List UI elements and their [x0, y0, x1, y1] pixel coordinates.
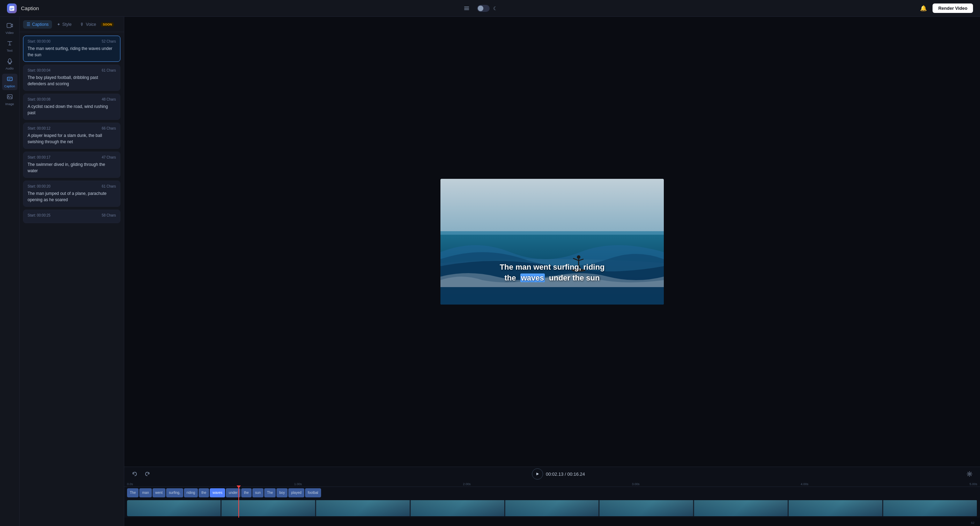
caption-card-2-text: The boy played football, dribbling past … — [27, 74, 116, 87]
sidebar-item-audio[interactable]: Audio — [2, 56, 18, 72]
timeline-lower-tracks: 62 — [124, 518, 980, 526]
sidebar-toggle-button[interactable] — [462, 3, 471, 13]
svg-rect-3 — [464, 10, 469, 10]
center-area: The man went surfing, riding the waves u… — [124, 17, 980, 526]
video-thumb-7 — [694, 500, 788, 516]
notification-bell-icon[interactable]: 🔔 — [920, 5, 927, 11]
text-icon — [6, 40, 13, 48]
caption-line2: the waves under the sun — [447, 273, 657, 284]
caption-card-5[interactable]: Start: 00:00:17 47 Chars The swimmer div… — [23, 151, 120, 178]
video-strip — [127, 500, 977, 516]
undo-button[interactable] — [130, 469, 140, 479]
play-button[interactable] — [532, 469, 543, 480]
caption-card-7-start: Start: 00:00:25 — [27, 214, 51, 217]
sky-overlay — [441, 179, 664, 231]
timeline-settings-button[interactable] — [965, 469, 974, 479]
caption-card-2-start: Start: 00:00:04 — [27, 69, 51, 72]
tab-voice[interactable]: 🎙 Voice — [76, 20, 99, 29]
sidebar-item-text[interactable]: Text — [2, 38, 18, 54]
caption-chip-man[interactable]: man — [139, 488, 151, 497]
caption-card-3-start: Start: 00:00:08 — [27, 97, 51, 101]
render-video-button[interactable]: Render Video — [932, 3, 973, 13]
caption-card-1-text: The man went surfing, riding the waves u… — [27, 45, 116, 58]
sidebar-video-label: Video — [6, 31, 14, 35]
caption-card-6-chars: 61 Chars — [102, 185, 116, 188]
video-frame: The man went surfing, riding the waves u… — [441, 179, 664, 304]
ruler-mark-1: 1.00s — [294, 482, 302, 486]
caption-rest: under the sun — [549, 274, 600, 282]
timeline-center-controls: 00:02.13 / 00:16.24 — [532, 469, 585, 480]
video-thumb-9 — [883, 500, 977, 516]
caption-chip-the[interactable]: The — [127, 488, 138, 497]
caption-card-7[interactable]: Start: 00:00:25 58 Chars — [23, 210, 120, 223]
ruler-mark-2: 2.00s — [463, 482, 471, 486]
svg-point-19 — [969, 473, 970, 475]
caption-chip-riding[interactable]: riding — [184, 488, 198, 497]
caption-chip-footbal[interactable]: footbal — [305, 488, 321, 497]
caption-card-1-header: Start: 00:00:00 52 Chars — [27, 40, 116, 43]
video-icon — [6, 22, 13, 30]
video-area: The man went surfing, riding the waves u… — [124, 17, 980, 467]
audio-icon — [6, 58, 13, 66]
topbar: Caption ☾ 🔔 Render Video — [0, 0, 980, 17]
caption-card-6-start: Start: 00:00:20 — [27, 185, 51, 188]
caption-chip-boy[interactable]: boy — [277, 488, 288, 497]
ruler-mark-4: 4.00s — [800, 482, 808, 486]
caption-card-4-text: A player leaped for a slam dunk, the bal… — [27, 132, 116, 145]
caption-icon — [6, 76, 13, 83]
sidebar-image-label: Image — [5, 102, 14, 106]
timeline-ruler: 0.0s 1.00s 2.00s 3.00s 4.00s 5.00s — [124, 481, 980, 487]
soon-badge: SOON — [101, 22, 114, 27]
main-layout: Video Text Audio — [0, 17, 980, 526]
caption-chip-surfing[interactable]: surfing, — [166, 488, 183, 497]
ruler-mark-0: 0.0s — [127, 482, 133, 486]
toggle-switch[interactable] — [477, 5, 490, 12]
caption-the: the — [505, 274, 516, 282]
caption-card-6[interactable]: Start: 00:00:20 61 Chars The man jumped … — [23, 180, 120, 207]
caption-chip-played[interactable]: played — [288, 488, 304, 497]
caption-card-4[interactable]: Start: 00:00:12 66 Chars A player leaped… — [23, 123, 120, 149]
theme-toggle[interactable]: ☾ — [477, 5, 498, 12]
sidebar-item-image[interactable]: Image — [2, 91, 18, 108]
sidebar-item-caption[interactable]: Caption — [2, 74, 18, 90]
captions-tab-label: Captions — [32, 22, 49, 27]
caption-track-inner: The man went surfing, riding the waves u… — [127, 487, 977, 499]
tab-captions[interactable]: ☰ Captions — [23, 20, 52, 29]
svg-rect-7 — [7, 77, 12, 81]
sidebar-item-video[interactable]: Video — [2, 20, 18, 37]
caption-card-7-header: Start: 00:00:25 58 Chars — [27, 214, 116, 217]
voice-tab-label: Voice — [86, 22, 96, 27]
svg-point-11 — [8, 96, 9, 97]
caption-chip-went[interactable]: went — [153, 488, 165, 497]
tab-style[interactable]: ✦ Style — [53, 20, 75, 29]
style-tab-icon: ✦ — [57, 22, 60, 27]
caption-list: Start: 00:00:00 52 Chars The man went su… — [19, 32, 124, 526]
caption-chip-the3[interactable]: the — [241, 488, 251, 497]
caption-card-2-header: Start: 00:00:04 61 Chars — [27, 69, 116, 72]
timeline-area: 00:02.13 / 00:16.24 — [124, 467, 980, 526]
icon-sidebar: Video Text Audio — [0, 17, 19, 526]
caption-panel: ☰ Captions ✦ Style 🎙 Voice SOON Start: 0… — [19, 17, 124, 526]
caption-card-3-text: A cyclist raced down the road, wind rush… — [27, 104, 116, 116]
caption-chip-sun[interactable]: sun — [252, 488, 264, 497]
captions-tab-icon: ☰ — [27, 22, 30, 27]
caption-track: The man went surfing, riding the waves u… — [127, 487, 977, 499]
caption-card-2[interactable]: Start: 00:00:04 61 Chars The boy played … — [23, 65, 120, 91]
image-icon — [6, 94, 13, 101]
voice-tab-icon: 🎙 — [80, 22, 84, 27]
caption-chip-the4[interactable]: The — [264, 488, 276, 497]
caption-card-7-chars: 58 Chars — [102, 214, 116, 217]
caption-card-6-header: Start: 00:00:20 61 Chars — [27, 185, 116, 188]
caption-card-1[interactable]: Start: 00:00:00 52 Chars The man went su… — [23, 36, 120, 62]
caption-card-5-header: Start: 00:00:17 47 Chars — [27, 155, 116, 159]
playhead-head — [237, 486, 241, 488]
time-display: 00:02.13 / 00:16.24 — [546, 472, 585, 477]
caption-chip-the2[interactable]: the — [199, 488, 209, 497]
caption-chip-waves[interactable]: waves — [210, 488, 225, 497]
redo-button[interactable] — [142, 469, 152, 479]
ruler-mark-3: 3.00s — [632, 482, 640, 486]
caption-card-4-start: Start: 00:00:12 — [27, 126, 51, 130]
svg-rect-1 — [464, 6, 469, 7]
video-thumb-3 — [316, 500, 410, 516]
caption-card-3[interactable]: Start: 00:00:08 48 Chars A cyclist raced… — [23, 94, 120, 120]
